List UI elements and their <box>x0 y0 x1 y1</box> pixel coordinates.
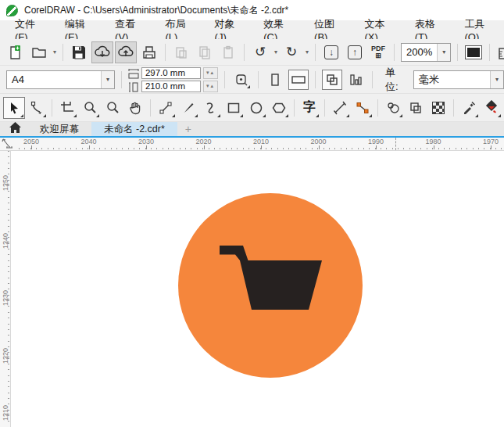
toolbar-separator <box>394 44 395 61</box>
ruler-label: 2040 <box>80 138 96 145</box>
zoom-tool[interactable] <box>79 97 101 119</box>
current-page-button[interactable] <box>345 70 366 90</box>
flyout-indicator <box>498 114 501 117</box>
flyout-indicator <box>316 114 319 117</box>
shape-node-icon <box>30 101 44 115</box>
print-button[interactable] <box>138 41 160 63</box>
fullscreen-preview-button[interactable] <box>463 41 484 63</box>
home-icon <box>9 122 21 135</box>
dimension-icon <box>333 101 347 115</box>
import-button[interactable]: ↓ <box>320 41 342 63</box>
curve-tool[interactable] <box>200 97 222 119</box>
save-to-cloud-button[interactable] <box>115 41 137 63</box>
interactive-fill-tool[interactable] <box>481 97 502 119</box>
ruler-tick <box>261 145 262 149</box>
undo-dropdown-caret[interactable]: ▾ <box>273 48 279 56</box>
drawing-canvas[interactable] <box>11 151 504 427</box>
all-pages-button[interactable] <box>322 70 342 90</box>
pick-tool[interactable] <box>3 97 25 119</box>
new-tab-button[interactable]: + <box>177 123 199 135</box>
new-document-button[interactable] <box>5 41 27 63</box>
open-dropdown-caret[interactable]: ▾ <box>52 48 58 56</box>
flyout-indicator <box>195 114 198 117</box>
toolbox-separator <box>52 99 52 117</box>
landscape-button[interactable] <box>288 70 309 90</box>
pan-tool[interactable] <box>124 97 146 119</box>
flyout-indicator <box>247 85 250 88</box>
polygon-tool[interactable] <box>268 97 290 119</box>
ellipse-tool[interactable] <box>245 97 267 119</box>
tab-document[interactable]: 未命名 -2.cdr* <box>91 122 177 136</box>
toolbar-separator <box>315 44 316 61</box>
toolbox-separator <box>294 99 295 117</box>
page-size-value: A4 <box>7 74 101 85</box>
portrait-button[interactable] <box>265 70 285 90</box>
connector-tool[interactable] <box>352 97 374 119</box>
open-button[interactable] <box>28 41 50 63</box>
toolbox: 字 <box>0 94 504 122</box>
export-button[interactable]: ↑ <box>344 41 366 63</box>
pattern-fill-tool[interactable] <box>427 97 449 119</box>
open-from-cloud-button[interactable] <box>91 41 113 63</box>
flyout-indicator <box>240 114 243 117</box>
toolbox-separator <box>150 99 151 117</box>
units-dropdown-button[interactable]: ▾ <box>490 71 503 88</box>
fill-diamond-icon <box>484 100 499 116</box>
ruler-label: 1970 <box>483 138 499 145</box>
toolbar-separator <box>244 44 245 61</box>
page-height-field[interactable]: 210.0 mm <box>141 81 201 92</box>
home-button[interactable] <box>3 122 27 136</box>
units-combobox[interactable]: 毫米 ▾ <box>413 70 504 89</box>
flyout-indicator <box>399 114 402 117</box>
toolbox-separator <box>453 99 454 117</box>
ruler-origin-button[interactable] <box>0 138 19 151</box>
tab-welcome-screen[interactable]: 欢迎屏幕 <box>27 122 91 136</box>
page-size-combobox[interactable]: A4 ▾ <box>6 70 115 89</box>
zoom-level-value: 200% <box>402 46 437 58</box>
redo-icon: ↻ <box>286 45 297 59</box>
page-size-dropdown-button[interactable]: ▾ <box>101 71 114 88</box>
publish-pdf-button[interactable]: PDF⊞ <box>367 41 389 63</box>
page-width-field[interactable]: 297.0 mm <box>141 67 201 79</box>
zoom-level-combobox[interactable]: 200% ▾ <box>401 43 451 62</box>
crop-tool[interactable] <box>56 97 78 119</box>
undo-button[interactable]: ↺ <box>249 41 271 63</box>
show-rulers-button[interactable] <box>495 41 504 63</box>
curve-loop-icon <box>204 101 218 115</box>
flyout-indicator <box>369 114 372 117</box>
document-tab-bar: 欢迎屏幕 未命名 -2.cdr* + <box>0 122 504 138</box>
fullscreen-preview-icon <box>467 48 480 57</box>
blend-circles-icon <box>386 101 400 115</box>
cloud-upload-icon <box>117 45 134 60</box>
import-icon: ↓ <box>324 45 338 59</box>
transparency-icon <box>409 101 423 115</box>
dimension-tool[interactable] <box>329 97 351 119</box>
copy-icon <box>198 45 212 59</box>
nudge-settings-button[interactable] <box>231 70 252 90</box>
save-button[interactable] <box>68 41 90 63</box>
paste-icon <box>221 45 235 59</box>
page-height-spinner[interactable]: ▾▴ <box>203 81 218 92</box>
redo-dropdown-caret[interactable]: ▾ <box>304 48 310 56</box>
rectangle-tool[interactable] <box>223 97 245 119</box>
flyout-indicator <box>263 114 266 117</box>
propbar-separator <box>372 71 373 88</box>
shape-tool[interactable] <box>26 97 48 119</box>
horizontal-ruler[interactable]: 205020402030202020102000199019801970 <box>0 138 504 151</box>
page-width-spinner[interactable]: ▾▴ <box>203 67 218 79</box>
redo-button[interactable]: ↻ <box>281 41 302 63</box>
save-floppy-icon <box>72 45 86 59</box>
artistic-media-tool[interactable] <box>177 97 199 119</box>
ruler-label: 2010 <box>253 138 269 145</box>
flyout-indicator <box>346 114 349 117</box>
freehand-tool[interactable] <box>155 97 177 119</box>
propbar-separator <box>224 71 225 88</box>
blend-tool[interactable] <box>382 97 404 119</box>
zoom-dropdown-button[interactable]: ▾ <box>437 44 450 61</box>
zoom-secondary-tool[interactable] <box>102 97 123 119</box>
connector-icon <box>356 101 370 115</box>
eyedropper-tool[interactable] <box>458 97 480 119</box>
magnifier-icon <box>83 101 97 115</box>
text-tool[interactable]: 字 <box>298 97 320 119</box>
transparency-tool[interactable] <box>405 97 427 119</box>
